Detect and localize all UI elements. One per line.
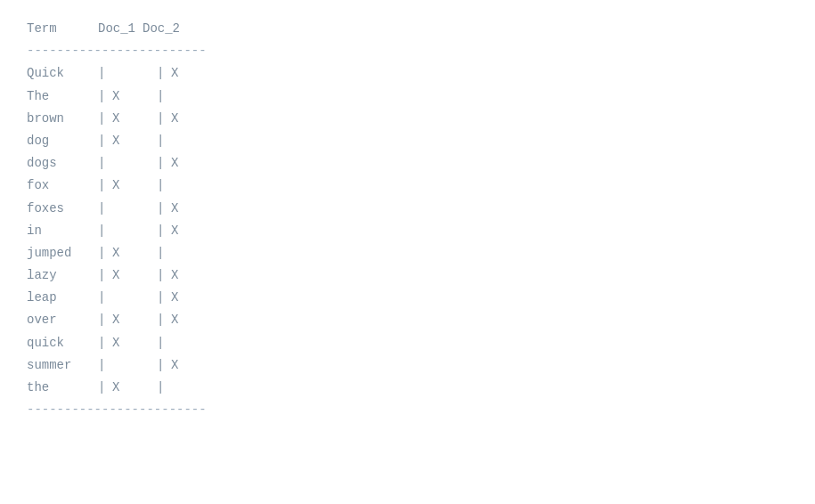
separator-2: | <box>157 309 171 331</box>
cell-doc1: X <box>112 108 157 130</box>
cell-term: leap <box>27 287 98 309</box>
cell-doc1 <box>112 287 157 309</box>
separator-2: | <box>157 62 171 85</box>
separator-1: | <box>98 354 112 377</box>
separator-1: | <box>98 264 112 287</box>
separator-1: | <box>98 62 112 85</box>
separator-2: | <box>157 108 171 130</box>
cell-doc2: X <box>171 220 207 242</box>
cell-doc2: X <box>171 264 207 287</box>
cell-term: the <box>27 377 98 399</box>
header-term: Term <box>27 18 98 40</box>
table-row: jumped|X| <box>27 242 207 264</box>
cell-doc1: X <box>112 377 157 399</box>
table-row: summer| |X <box>27 354 207 377</box>
cell-term: summer <box>27 354 98 377</box>
separator-2: | <box>157 287 171 309</box>
table-row: foxes| |X <box>27 198 207 220</box>
separator-1: | <box>98 287 112 309</box>
bottom-divider: ------------------------ <box>27 399 207 421</box>
separator-2: | <box>157 377 171 399</box>
separator-1: | <box>98 309 112 331</box>
cell-term: lazy <box>27 264 98 287</box>
table-row: fox|X| <box>27 175 207 197</box>
separator-2: | <box>157 264 171 287</box>
separator-2: | <box>157 354 171 377</box>
table-row: dogs| |X <box>27 152 207 175</box>
separator-2: | <box>157 130 171 152</box>
cell-term: The <box>27 85 98 108</box>
table-row: in| |X <box>27 220 207 242</box>
cell-term: in <box>27 220 98 242</box>
table-row: quick|X| <box>27 332 207 354</box>
header-doc2: Doc_2 <box>143 18 178 40</box>
separator-1: | <box>98 152 112 175</box>
cell-doc2: X <box>171 287 207 309</box>
separator-2: | <box>157 332 171 354</box>
table-row: Quick| |X <box>27 62 207 85</box>
separator-1: | <box>98 85 112 108</box>
header-doc1: Doc_1 <box>98 18 143 40</box>
index-table: Term Doc_1 Doc_2 -----------------------… <box>27 18 207 421</box>
separator-1: | <box>98 220 112 242</box>
cell-doc2: X <box>171 108 207 130</box>
separator-2: | <box>157 85 171 108</box>
cell-term: over <box>27 309 98 331</box>
table-row: dog|X| <box>27 130 207 152</box>
table-body: Quick| |XThe|X|brown|X|Xdog|X|dogs| |Xfo… <box>27 62 207 399</box>
table-row: The|X| <box>27 85 207 108</box>
top-divider: ------------------------ <box>27 40 207 62</box>
cell-doc2: X <box>171 198 207 220</box>
cell-doc2: X <box>171 354 207 377</box>
cell-term: jumped <box>27 242 98 264</box>
cell-doc1: X <box>112 175 157 197</box>
separator-2: | <box>157 242 171 264</box>
cell-term: fox <box>27 175 98 197</box>
cell-doc2: X <box>171 309 207 331</box>
cell-doc1 <box>112 220 157 242</box>
cell-term: quick <box>27 332 98 354</box>
separator-2: | <box>157 198 171 220</box>
cell-doc1 <box>112 198 157 220</box>
separator-1: | <box>98 175 112 197</box>
table-row: over|X|X <box>27 309 207 331</box>
cell-doc1: X <box>112 264 157 287</box>
cell-doc1 <box>112 152 157 175</box>
cell-term: Quick <box>27 62 98 85</box>
cell-doc1: X <box>112 130 157 152</box>
cell-doc2: X <box>171 62 207 85</box>
cell-doc1: X <box>112 309 157 331</box>
cell-doc1: X <box>112 242 157 264</box>
separator-2: | <box>157 220 171 242</box>
separator-1: | <box>98 108 112 130</box>
cell-term: foxes <box>27 198 98 220</box>
cell-doc2: X <box>171 152 207 175</box>
separator-2: | <box>157 175 171 197</box>
cell-term: dog <box>27 130 98 152</box>
cell-term: brown <box>27 108 98 130</box>
separator-1: | <box>98 332 112 354</box>
cell-doc1: X <box>112 332 157 354</box>
cell-doc1: X <box>112 85 157 108</box>
table-row: leap| |X <box>27 287 207 309</box>
separator-1: | <box>98 198 112 220</box>
separator-1: | <box>98 242 112 264</box>
separator-1: | <box>98 377 112 399</box>
cell-doc1 <box>112 62 157 85</box>
separator-2: | <box>157 152 171 175</box>
cell-term: dogs <box>27 152 98 175</box>
separator-1: | <box>98 130 112 152</box>
cell-doc1 <box>112 354 157 377</box>
table-header: Term Doc_1 Doc_2 <box>27 18 207 40</box>
table-row: brown|X|X <box>27 108 207 130</box>
table-row: lazy|X|X <box>27 264 207 287</box>
table-row: the|X| <box>27 377 207 399</box>
